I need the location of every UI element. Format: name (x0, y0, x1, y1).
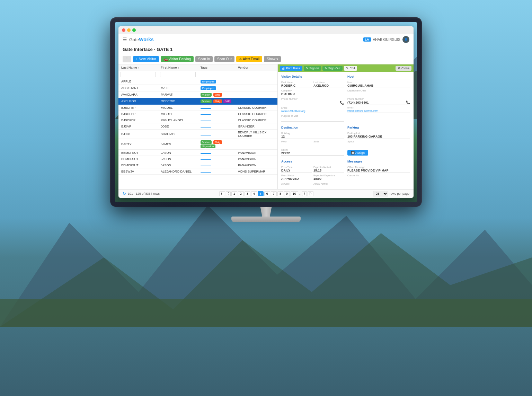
tag-orig: Orig (213, 93, 222, 97)
parking-lot-value: 103 PARKING GARAGE (347, 135, 410, 139)
floor-field: Floor (281, 140, 312, 147)
tag-blue (201, 153, 211, 154)
refresh-icon[interactable]: ↻ (123, 191, 126, 196)
control-no-value (347, 177, 410, 181)
space-field: Space (347, 140, 410, 147)
expected-arrival-label: Expected Arrival (313, 166, 344, 168)
page-btn-4[interactable]: 4 (251, 191, 257, 196)
phone-value (281, 100, 338, 105)
page-btn-9[interactable]: 9 (284, 191, 290, 196)
dots-button[interactable]: ⋮ (123, 56, 131, 62)
data-table: Last Name ↑ First Name ↑ Tags Vendor (118, 64, 277, 175)
table-row-selected[interactable]: AXELROD RODERIC Visitor Orig VIP (118, 98, 277, 105)
host-name-field: Host GUIRGUIS, AHAB (347, 81, 410, 88)
actual-arrival-label: Actual Arrival (313, 183, 344, 185)
company-label: Company (281, 89, 344, 92)
col-header-last-name[interactable]: Last Name ↑ (118, 64, 158, 71)
filter-last-name[interactable] (121, 72, 156, 77)
maximize-traffic-light[interactable] (132, 28, 136, 32)
edit-button[interactable]: ✎ Edit (344, 66, 357, 71)
table-row[interactable]: BBSWJV ALEJANDRO DANIEL VONS SUPERMAR (118, 168, 277, 175)
pass-status-field: Pass Status APPROVED (281, 174, 312, 181)
tag-blue (201, 121, 211, 121)
app-header: ☰ GateWorks LA AHAB GUIRGUIS 👤 (118, 34, 414, 45)
table-row[interactable]: BJDVF JOSE GRAINGER (118, 123, 277, 130)
parking-title: Parking (347, 126, 410, 130)
messages-section: Messages Officer Message PLEASE PROVIDE … (347, 160, 410, 189)
table-row[interactable]: BJBOFEP MIGUEL CLASSIC COURIER (118, 105, 277, 111)
email-label: Email (281, 107, 344, 109)
table-row[interactable]: BARTY JAMES Visitor Orig Signed In (118, 139, 277, 150)
rows-per-page-label: rows per page (390, 192, 409, 195)
building-label: Building (281, 132, 344, 134)
actual-arrival-field: Actual Arrival (313, 183, 344, 189)
main-toolbar: ⋮ + New Visitor 🚗 Visitor Parking Scan I… (118, 54, 414, 64)
assign-button[interactable]: 🔲 Assign (347, 150, 368, 156)
table-row[interactable]: BBMCFSUT JASON PANAVISION (118, 162, 277, 168)
table-row[interactable]: BJBOFEP MIGUEL CLASSIC COURIER (118, 111, 277, 117)
table-row[interactable]: BBMCFSUT JASON PANAVISION (118, 156, 277, 162)
messages-title: Messages (347, 160, 410, 164)
new-visitor-button[interactable]: + New Visitor (133, 56, 159, 62)
close-traffic-light[interactable] (122, 28, 125, 32)
at-gate-value (281, 185, 312, 189)
app-logo: GateWorks (129, 37, 154, 42)
detail-content: Visitor Details First Name RODERIC (278, 72, 414, 189)
company-field: Company HOTBOD (281, 89, 344, 96)
page-btn-8[interactable]: 8 (277, 191, 283, 196)
at-gate-field: At Gate (281, 183, 312, 189)
scan-in-button[interactable]: Scan In (195, 56, 213, 62)
tag-blue (201, 114, 211, 115)
table-row[interactable]: AVACLARA PARVATI Visitor Orig (118, 91, 277, 98)
destination-title: Destination (281, 126, 344, 130)
close-button[interactable]: ✕ Close (396, 66, 411, 71)
page-btn-10[interactable]: 10 (291, 191, 298, 196)
officer-message-field: Officer Message PLEASE PROVIDE VIP MAP (347, 166, 410, 173)
table-row[interactable]: BJBOFEP MIGUEL ANGEL CLASSIC COURIER (118, 117, 277, 123)
sign-in-button[interactable]: ✎ Sign In (304, 66, 321, 71)
page-btn-6[interactable]: 6 (264, 191, 270, 196)
page-btn-7[interactable]: 7 (271, 191, 277, 196)
page-numbers: ⟨| ⟨ 1 2 3 4 5 6 7 8 9 10 ... (219, 191, 313, 196)
first-name-value: RODERIC (281, 84, 312, 88)
avatar: 👤 (402, 36, 409, 43)
host-label: Host (347, 81, 410, 83)
tag-blue (201, 172, 211, 173)
table-row[interactable]: APPLE Employee (118, 78, 277, 85)
scan-out-button[interactable]: Scan Out (214, 56, 234, 62)
sign-out-button[interactable]: ✎ Sign Out (322, 66, 343, 71)
minimize-traffic-light[interactable] (127, 28, 131, 32)
suite-field: Suite (313, 140, 344, 147)
space-label: Space (347, 140, 410, 143)
show-button[interactable]: Show ▾ (264, 56, 281, 62)
control-no-field: Control No (347, 174, 410, 181)
first-name-label: First Name (281, 81, 312, 83)
host-phone-icon: 📞 (406, 100, 410, 104)
pass-status-label: Pass Status (281, 174, 312, 177)
rows-per-page-select[interactable]: 25 50 100 (373, 191, 388, 196)
pass-status-value: APPROVED (281, 177, 312, 181)
page-btn-3[interactable]: 3 (245, 191, 250, 196)
visitor-parking-button[interactable]: 🚗 Visitor Parking (161, 56, 194, 62)
page-btn-2[interactable]: 2 (238, 191, 244, 196)
col-header-vendor: Vendor (235, 64, 277, 71)
prev-page-button[interactable]: ⟨ (226, 191, 231, 196)
suite-value (313, 143, 344, 147)
hamburger-menu-icon[interactable]: ☰ (123, 37, 127, 42)
last-name-label: Last Name (313, 81, 344, 83)
print-pass-button[interactable]: 🖨 Print Pass (280, 66, 302, 71)
first-page-button[interactable]: ⟨| (219, 191, 225, 196)
page-btn-5-active[interactable]: 5 (258, 191, 264, 196)
pagination-bar: ↻ 101 - 125 of 8364 rows ⟨| ⟨ 1 2 3 4 5 … (118, 189, 414, 198)
alert-email-button[interactable]: ⚠ Alert Email (236, 56, 263, 62)
page-btn-1[interactable]: 1 (231, 191, 237, 196)
next-page-button[interactable]: ⟩ (302, 191, 307, 196)
last-page-button[interactable]: |⟩ (308, 191, 313, 196)
table-row[interactable]: BJJNJ SHAHIAD BEVERLY HILLS EX COURIER (118, 130, 277, 139)
col-header-first-name[interactable]: First Name ↑ (158, 64, 198, 71)
filter-first-name[interactable] (160, 72, 196, 77)
table-row[interactable]: BBMCFSUT JASON PANAVISION (118, 150, 277, 156)
table-row[interactable]: ASSISTANT MATT Employee (118, 85, 277, 91)
host-phone-label: Phone Number (347, 98, 410, 100)
tag-orig: Orig (213, 99, 222, 103)
